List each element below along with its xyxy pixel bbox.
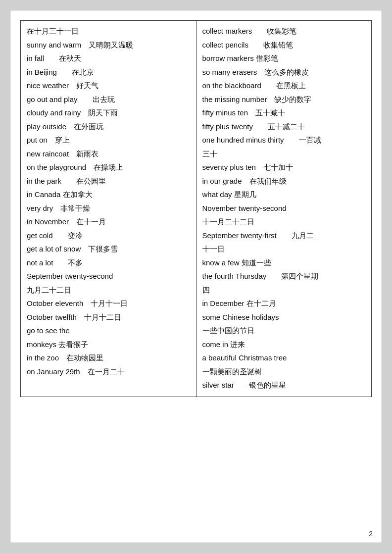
left-entry-8: put on 穿上 [27,134,190,147]
right-entry-19: a beautiful Christmas tree [202,352,366,364]
left-column: 在十月三十一日 sunny and warm 又晴朗又温暖 in fall 在秋… [21,21,196,397]
left-entry-12: in Canada 在加拿大 [27,188,190,201]
right-entry-13b: 十一日 [202,243,366,255]
left-entry-23: on January 29th 在一月二十 [27,365,190,378]
right-entry-8: one hundred minus thirty 一百减 [202,134,366,147]
vocabulary-table: 在十月三十一日 sunny and warm 又晴朗又温暖 in fall 在秋… [20,20,372,397]
right-entry-18: come in 进来 [202,338,366,351]
right-entry-14: know a few 知道一些 [202,256,366,269]
right-entry-7: fifty plus twenty 五十减二十 [202,120,366,133]
right-entry-13: September twenty-first 九月二 [202,229,366,242]
left-entry-19: October eleventh 十月十一日 [27,297,190,310]
right-column: collect markers 收集彩笔 collect pencils 收集铅… [196,21,372,397]
right-entry-0: collect markers 收集彩笔 [202,25,366,38]
right-entry-19b: 一颗美丽的圣诞树 [202,365,366,378]
left-entry-2: in fall 在秋天 [27,52,190,65]
page-number: 2 [369,530,373,538]
right-entry-3: so many erasers 这么多的橡皮 [202,66,366,79]
right-entry-20: silver star 银色的星星 [202,379,366,392]
right-entry-10: in our grade 在我们年级 [202,175,366,188]
right-entry-8b: 三十 [202,148,366,160]
left-entry-4: nice weather 好天气 [27,79,190,92]
right-entry-17b: 一些中国的节日 [202,324,366,337]
left-entry-18: September twenty-second [27,270,190,283]
left-entry-13: very dry 非常干燥 [27,202,190,215]
right-entry-1: collect pencils 收集铅笔 [202,39,366,51]
left-entry-0: 在十月三十一日 [27,25,190,38]
left-entry-3: in Beijing 在北京 [27,66,190,79]
left-entry-22: in the zoo 在动物园里 [27,352,190,364]
left-entry-15: get cold 变冷 [27,229,190,242]
right-entry-6: fifty minus ten 五十减十 [202,106,366,119]
left-entry-1: sunny and warm 又晴朗又温暖 [27,39,190,51]
right-entry-15b: 四 [202,284,366,297]
left-entry-18b: 九月二十二日 [27,284,190,297]
left-entry-10: on the playground 在操场上 [27,161,190,174]
right-entry-15: the fourth Thursday 第四个星期 [202,270,366,283]
left-entry-11: in the park 在公园里 [27,175,190,188]
right-entry-5: the missing number 缺少的数字 [202,93,366,106]
right-entry-2: borrow markers 借彩笔 [202,52,366,65]
right-entry-9: seventy plus ten 七十加十 [202,161,366,174]
left-entry-14: in November 在十一月 [27,215,190,228]
left-entry-21b: monkeys 去看猴子 [27,338,190,351]
right-entry-17: some Chinese holidays [202,311,366,324]
left-entry-6: cloudy and rainy 阴天下雨 [27,106,190,119]
right-entry-12: November twenty-second [202,202,366,215]
right-entry-12b: 十一月二十二日 [202,215,366,228]
document-page: 在十月三十一日 sunny and warm 又晴朗又温暖 in fall 在秋… [10,10,382,543]
right-entry-4: on the blackboard 在黑板上 [202,79,366,92]
left-entry-21: go to see the [27,324,190,337]
left-entry-9: new raincoat 新雨衣 [27,148,190,160]
left-entry-5: go out and play 出去玩 [27,93,190,106]
right-entry-11: what day 星期几 [202,188,366,201]
left-entry-7: play outside 在外面玩 [27,120,190,133]
left-entry-16: get a lot of snow 下很多雪 [27,243,190,255]
left-entry-20: October twelfth 十月十二日 [27,311,190,324]
left-entry-17: not a lot 不多 [27,256,190,269]
right-entry-16: in December 在十二月 [202,297,366,310]
